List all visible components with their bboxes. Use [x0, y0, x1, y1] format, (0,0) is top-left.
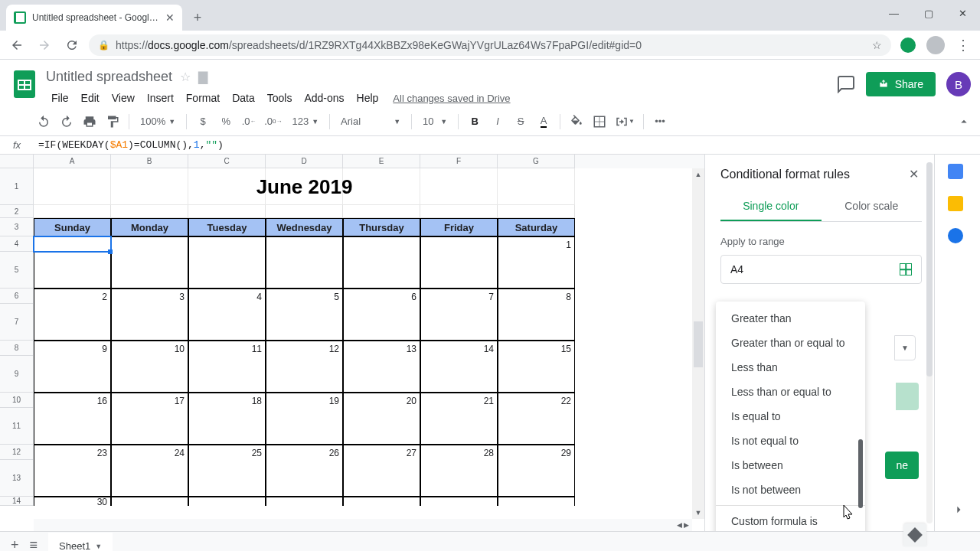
- cell[interactable]: [188, 236, 266, 252]
- share-button[interactable]: Share: [866, 72, 936, 96]
- cell[interactable]: [420, 497, 498, 506]
- cell[interactable]: [498, 460, 575, 497]
- cell[interactable]: [266, 168, 343, 205]
- cell[interactable]: 13: [343, 341, 420, 356]
- cf-rule-select-caret[interactable]: ▼: [894, 335, 916, 360]
- cell[interactable]: 16: [34, 393, 111, 408]
- cell[interactable]: [498, 205, 575, 218]
- increase-decimal-button[interactable]: .00→: [262, 112, 284, 132]
- menu-edit[interactable]: Edit: [76, 89, 105, 107]
- menu-help[interactable]: Help: [351, 89, 384, 107]
- col-header-a[interactable]: A: [34, 155, 111, 168]
- cell[interactable]: [498, 168, 575, 205]
- spreadsheet-grid[interactable]: A B C D E F G June 2019 123SundayMondayT…: [0, 155, 704, 531]
- cell[interactable]: [34, 205, 111, 218]
- cell[interactable]: [420, 356, 498, 393]
- cell[interactable]: [266, 236, 343, 252]
- cell[interactable]: [111, 408, 188, 445]
- menu-addons[interactable]: Add-ons: [299, 89, 349, 107]
- collapse-toolbar-icon[interactable]: [957, 115, 971, 129]
- cell[interactable]: 9: [34, 341, 111, 356]
- cf-tab-single-color[interactable]: Single color: [720, 192, 822, 221]
- window-minimize[interactable]: —: [877, 0, 911, 26]
- cell[interactable]: 28: [420, 445, 498, 460]
- col-header-d[interactable]: D: [266, 155, 343, 168]
- cf-opt-lte[interactable]: Less than or equal to: [716, 380, 865, 404]
- window-close[interactable]: ✕: [946, 0, 980, 26]
- cell[interactable]: [188, 408, 266, 445]
- menu-data[interactable]: Data: [227, 89, 260, 107]
- cell[interactable]: [188, 356, 266, 393]
- cell[interactable]: 30: [34, 497, 111, 506]
- drive-status[interactable]: All changes saved in Drive: [393, 93, 510, 104]
- cell[interactable]: [188, 460, 266, 497]
- menu-tools[interactable]: Tools: [262, 89, 298, 107]
- cell[interactable]: Sunday: [34, 218, 111, 236]
- fill-color-button[interactable]: [567, 112, 586, 132]
- cf-opt-not-equal[interactable]: Is not equal to: [716, 429, 865, 453]
- cell[interactable]: [420, 408, 498, 445]
- more-formats-button[interactable]: 123▼: [287, 116, 323, 127]
- comments-icon[interactable]: [837, 75, 855, 93]
- cell[interactable]: [34, 304, 111, 341]
- cell[interactable]: [111, 205, 188, 218]
- row-header[interactable]: 7: [0, 304, 34, 341]
- undo-button[interactable]: [34, 112, 54, 132]
- cell[interactable]: [34, 408, 111, 445]
- cell[interactable]: [343, 304, 420, 341]
- row-header[interactable]: 10: [0, 393, 34, 408]
- cell[interactable]: [498, 408, 575, 445]
- address-bar[interactable]: 🔒 https://docs.google.com/spreadsheets/d…: [89, 34, 891, 56]
- rail-collapse-icon[interactable]: [951, 502, 966, 517]
- cell[interactable]: [266, 460, 343, 497]
- cell[interactable]: [34, 356, 111, 393]
- browser-tab[interactable]: Untitled spreadsheet - Google S ✕: [6, 5, 182, 31]
- calendar-addon-icon[interactable]: [948, 164, 963, 179]
- formula-input[interactable]: =IF(WEEKDAY($A1)=COLUMN(),1,""): [34, 139, 980, 151]
- row-header[interactable]: 11: [0, 408, 34, 445]
- borders-button[interactable]: [590, 112, 609, 132]
- cell[interactable]: [420, 236, 498, 252]
- cell[interactable]: [188, 497, 266, 506]
- redo-button[interactable]: [57, 112, 77, 132]
- sheet-tab-menu-icon[interactable]: ▼: [95, 543, 102, 550]
- cell[interactable]: [111, 236, 188, 252]
- cf-rule-dropdown[interactable]: Greater than Greater than or equal to Le…: [716, 302, 865, 531]
- profile-icon[interactable]: [925, 34, 946, 56]
- cell[interactable]: [111, 168, 188, 205]
- merge-button[interactable]: ▼: [612, 112, 637, 132]
- cell[interactable]: [343, 205, 420, 218]
- cf-opt-equal[interactable]: Is equal to: [716, 404, 865, 429]
- cell[interactable]: [111, 460, 188, 497]
- move-folder-icon[interactable]: ▇: [198, 70, 207, 84]
- cf-range-input[interactable]: A4: [720, 255, 922, 284]
- cf-opt-custom-formula[interactable]: Custom formula is: [716, 509, 865, 531]
- keep-addon-icon[interactable]: [948, 196, 963, 211]
- cf-opt-between[interactable]: Is between: [716, 453, 865, 478]
- cell[interactable]: [111, 304, 188, 341]
- cell[interactable]: [34, 236, 111, 252]
- cf-close-icon[interactable]: ✕: [909, 167, 919, 181]
- cell[interactable]: [498, 304, 575, 341]
- cell[interactable]: [498, 356, 575, 393]
- cell[interactable]: [188, 205, 266, 218]
- sheet-tab-1[interactable]: Sheet1 ▼: [48, 533, 113, 551]
- cell[interactable]: [498, 497, 575, 506]
- cell[interactable]: [111, 497, 188, 506]
- col-header-c[interactable]: C: [188, 155, 266, 168]
- menu-format[interactable]: Format: [181, 89, 225, 107]
- window-maximize[interactable]: ▢: [911, 0, 946, 26]
- cell[interactable]: 26: [266, 445, 343, 460]
- col-header-g[interactable]: G: [498, 155, 575, 168]
- new-tab-button[interactable]: +: [187, 7, 208, 28]
- cell[interactable]: Tuesday: [188, 218, 266, 236]
- cell[interactable]: [188, 304, 266, 341]
- back-button[interactable]: [6, 34, 28, 56]
- bold-button[interactable]: B: [465, 112, 485, 132]
- chrome-menu-icon[interactable]: ⋮: [952, 34, 974, 56]
- cell[interactable]: [34, 168, 111, 205]
- print-button[interactable]: [80, 112, 100, 132]
- cell[interactable]: 5: [266, 289, 343, 304]
- cell[interactable]: 27: [343, 445, 420, 460]
- star-icon[interactable]: ☆: [180, 70, 191, 84]
